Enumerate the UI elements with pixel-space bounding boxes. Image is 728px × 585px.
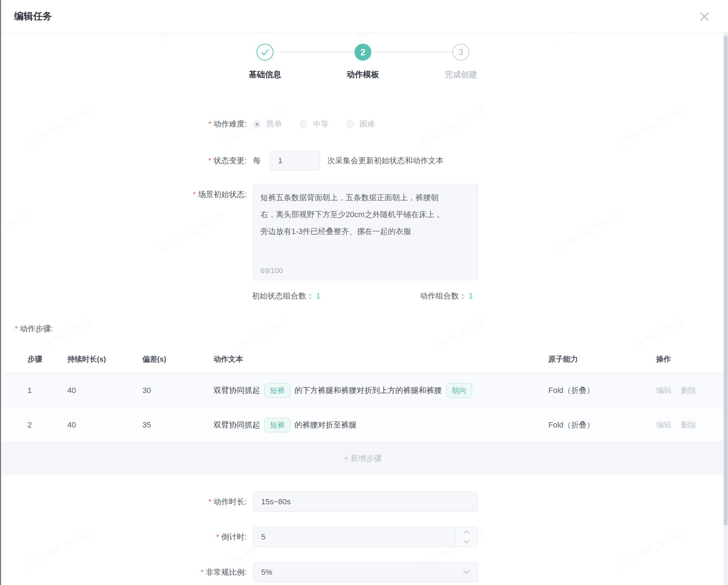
close-icon[interactable] bbox=[698, 10, 711, 23]
spinner-up-icon[interactable] bbox=[456, 527, 477, 537]
step-connector-2 bbox=[372, 52, 452, 53]
step-2-label: 动作模板 bbox=[328, 69, 398, 80]
initial-state-text: 短裤五条数据背面朝上，五条数据正面朝上，裤腰朝 右，离头部视野下方至少20cm之… bbox=[260, 189, 470, 240]
row1-step: 1 bbox=[27, 373, 32, 408]
edit-task-dialog: {{current_time}}{{current_time}}{{curren… bbox=[0, 0, 728, 585]
initial-combo-count: 初始状态组合数：1 bbox=[252, 288, 320, 304]
step-1-label: 基础信息 bbox=[230, 69, 300, 80]
unusual-ratio-label: *非常规比例: bbox=[134, 562, 247, 582]
radio-medium[interactable]: 中等 bbox=[300, 119, 328, 129]
radio-hard-circle bbox=[346, 120, 354, 128]
edit-link[interactable]: 编辑 bbox=[656, 420, 672, 430]
state-change-suffix: 次采集会更新初始状态和动作文本 bbox=[327, 151, 444, 171]
table-row: 1 40 30 双臂协同抓起 短裤 的下方裤腿和裤腰对折到上方的裤腿和裤腰 朝向… bbox=[2, 373, 723, 408]
step-1-check-icon bbox=[257, 44, 273, 61]
spinner-down-icon[interactable] bbox=[456, 537, 477, 547]
row2-operations: 编辑 删除 bbox=[656, 408, 696, 442]
state-change-label: *状态变更: bbox=[134, 151, 247, 171]
row2-ability: Fold（折叠） bbox=[548, 408, 594, 442]
step-connector-1 bbox=[274, 52, 354, 53]
step-3-number: 3 bbox=[459, 48, 463, 57]
radio-easy[interactable]: 简单 bbox=[253, 119, 282, 129]
row1-duration: 40 bbox=[67, 373, 76, 408]
number-spinner bbox=[455, 527, 477, 547]
state-change-prefix: 每 bbox=[253, 151, 261, 171]
initial-combo-value: 1 bbox=[316, 291, 320, 300]
col-offset: 偏差(s) bbox=[142, 345, 166, 372]
orientation-tag: 朝向 bbox=[446, 383, 472, 398]
add-step-button[interactable]: + 新增步骤 bbox=[2, 442, 723, 475]
row2-offset: 35 bbox=[142, 408, 151, 442]
action-steps-label: *动作步骤: bbox=[15, 324, 53, 334]
action-combo-count: 动作组合数：1 bbox=[420, 288, 473, 304]
radio-medium-circle bbox=[300, 120, 307, 128]
page-left-edge bbox=[0, 0, 1, 585]
duration-input[interactable]: 15s~80s bbox=[253, 492, 478, 512]
difficulty-radio-group: 简单 中等 困难 bbox=[253, 116, 375, 132]
row1-offset: 30 bbox=[142, 373, 151, 408]
difficulty-label: *动作难度: bbox=[134, 116, 247, 132]
row1-operations: 编辑 删除 bbox=[656, 373, 696, 408]
table-row: 2 40 35 双臂协同抓起 短裤 的裤腰对折至裤腿 Fold（折叠） 编辑 删… bbox=[2, 408, 723, 442]
radio-hard[interactable]: 困难 bbox=[346, 119, 375, 129]
dialog-header: 编辑任务 bbox=[0, 0, 728, 33]
col-operation: 操作 bbox=[656, 345, 671, 372]
col-step: 步骤 bbox=[27, 345, 42, 372]
step-2-number: 2 bbox=[360, 47, 365, 57]
row1-ability: Fold（折叠） bbox=[548, 373, 594, 408]
initial-state-label: *场景初始状态: bbox=[134, 188, 247, 201]
action-combo-value: 1 bbox=[469, 291, 473, 300]
row2-duration: 40 bbox=[67, 408, 76, 442]
countdown-input[interactable]: 5 bbox=[253, 527, 478, 547]
scrollbar-thumb[interactable] bbox=[724, 36, 728, 525]
char-counter: 69/100 bbox=[260, 266, 283, 275]
scrollbar-track[interactable] bbox=[723, 33, 728, 585]
row2-action-text: 双臂协同抓起 短裤 的裤腰对折至裤腿 bbox=[214, 408, 357, 442]
chevron-down-icon bbox=[463, 569, 470, 575]
dialog-title: 编辑任务 bbox=[14, 0, 52, 32]
state-change-input[interactable]: 1 bbox=[270, 151, 320, 171]
step-3-label: 完成创建 bbox=[426, 69, 496, 80]
edit-link[interactable]: 编辑 bbox=[656, 385, 672, 396]
initial-state-textarea[interactable]: 短裤五条数据背面朝上，五条数据正面朝上，裤腰朝 右，离头部视野下方至少20cm之… bbox=[253, 184, 478, 280]
countdown-label: *倒计时: bbox=[134, 527, 247, 547]
object-tag: 短裤 bbox=[264, 418, 290, 432]
col-action-text: 动作文本 bbox=[214, 345, 243, 372]
radio-easy-circle bbox=[253, 120, 261, 128]
row2-step: 2 bbox=[27, 408, 32, 442]
unusual-ratio-select[interactable]: 5% bbox=[253, 562, 478, 582]
col-ability: 原子能力 bbox=[548, 345, 578, 372]
delete-link[interactable]: 删除 bbox=[681, 420, 696, 430]
duration-label: *动作时长: bbox=[134, 492, 247, 512]
step-2-indicator: 2 bbox=[354, 44, 371, 61]
delete-link[interactable]: 删除 bbox=[681, 385, 696, 396]
col-duration: 持续时长(s) bbox=[67, 345, 106, 372]
object-tag: 短裤 bbox=[264, 383, 290, 398]
step-3-indicator: 3 bbox=[452, 44, 469, 61]
table-header: 步骤 持续时长(s) 偏差(s) 动作文本 原子能力 操作 bbox=[2, 345, 723, 373]
row1-action-text: 双臂协同抓起 短裤 的下方裤腿和裤腰对折到上方的裤腿和裤腰 朝向 bbox=[214, 373, 472, 408]
